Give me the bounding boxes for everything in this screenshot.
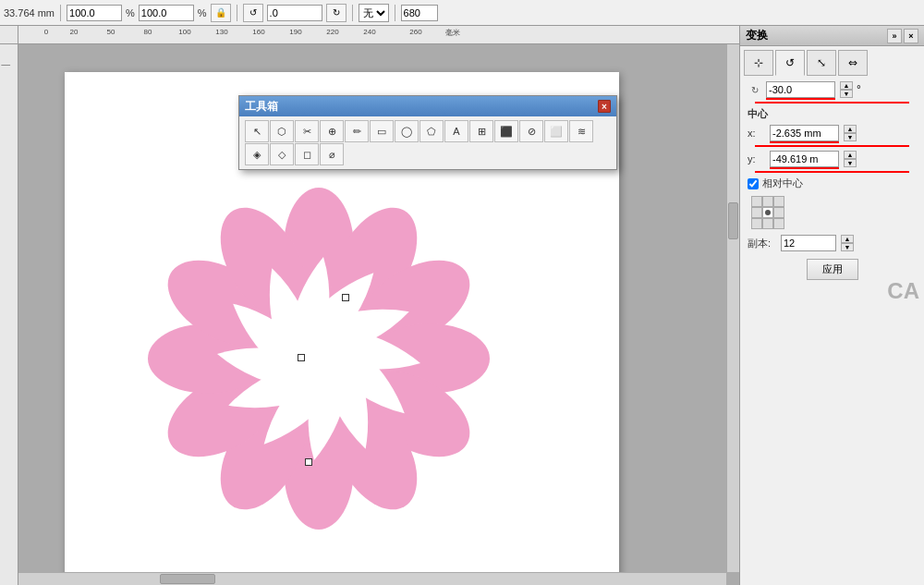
- sep3: [352, 5, 353, 21]
- relative-center-checkbox[interactable]: [748, 178, 759, 189]
- connector-tool-btn[interactable]: ⌀: [320, 143, 344, 165]
- angle-input[interactable]: [766, 81, 835, 98]
- copies-input-wrapper: [781, 235, 836, 251]
- panel-title: 变换: [746, 28, 768, 43]
- relative-center-label: 相对中心: [762, 177, 803, 190]
- center-dot-mc[interactable]: [762, 207, 773, 218]
- center-dot-br[interactable]: [773, 218, 784, 229]
- rotation-input[interactable]: [267, 5, 322, 21]
- center-dot-tr[interactable]: [773, 196, 784, 207]
- center-y-input[interactable]: [770, 151, 839, 167]
- relative-center-row: 相对中心: [748, 177, 917, 190]
- ruler-tick-0: 0: [44, 28, 48, 36]
- selection-handle-center-right[interactable]: [298, 354, 305, 361]
- angle-row: ↻ ▲ ▼ °: [748, 81, 917, 98]
- copies-label: 副本:: [748, 237, 777, 250]
- node-tool-btn[interactable]: ⬡: [270, 120, 294, 142]
- panel-header: 变换 » ×: [740, 26, 924, 46]
- shadow-tool-btn[interactable]: ◈: [245, 143, 269, 165]
- scrollbar-thumb-h[interactable]: [160, 574, 215, 584]
- selection-handle-center[interactable]: [305, 458, 312, 466]
- sep2: [237, 5, 237, 21]
- panel-icon-1[interactable]: »: [887, 29, 902, 43]
- center-dot-bc[interactable]: [762, 218, 773, 229]
- zoom-tool-btn[interactable]: ⊕: [320, 120, 344, 142]
- position-tab[interactable]: ⊹: [744, 50, 773, 76]
- extrude-tool-btn[interactable]: ◻: [295, 143, 319, 165]
- copies-up-btn[interactable]: ▲: [841, 235, 854, 243]
- angle-input-wrapper: [766, 81, 835, 98]
- center-x-input[interactable]: [770, 125, 839, 141]
- blend-tool-btn[interactable]: ≋: [569, 120, 593, 142]
- selection-handle-right[interactable]: [342, 294, 349, 301]
- toolbox-title: 工具箱: [245, 99, 278, 115]
- center-y-down-btn[interactable]: ▼: [844, 159, 857, 167]
- paint-tool-btn[interactable]: ⬜: [544, 120, 568, 142]
- ca-text: CA: [887, 278, 919, 304]
- scale-tab[interactable]: ⤡: [807, 50, 836, 76]
- toolbox-body: ↖ ⬡ ✂ ⊕ ✏ ▭ ◯ ⬠ A ⊞ ⬛ ⊘ ⬜ ≋ ◈ ◇ ◻ ⌀: [239, 116, 616, 169]
- center-dot-bl[interactable]: [751, 218, 762, 229]
- fill-tool-btn[interactable]: ⬛: [494, 120, 518, 142]
- canvas-scrollbar-h[interactable]: [18, 572, 726, 585]
- zoom-input[interactable]: [401, 5, 438, 21]
- center-dot-tl[interactable]: [751, 196, 762, 207]
- polygon-tool-btn[interactable]: ⬠: [419, 120, 444, 142]
- angle-up-btn[interactable]: ▲: [840, 81, 853, 90]
- cy-red-line: [755, 171, 909, 173]
- toolbox-close-btn[interactable]: ×: [598, 100, 611, 113]
- mirror-select[interactable]: 无: [359, 4, 389, 22]
- angle-down-btn[interactable]: ▼: [840, 90, 853, 98]
- ruler-tick-100: 100: [178, 28, 190, 36]
- angle-spinner: ▲ ▼: [840, 81, 853, 98]
- center-dot-tc[interactable]: [762, 196, 773, 207]
- sep1: [60, 5, 61, 21]
- center-x-label: x:: [748, 128, 766, 139]
- freehand-tool-btn[interactable]: ✏: [345, 120, 369, 142]
- text-tool-btn[interactable]: A: [444, 120, 468, 142]
- height-input[interactable]: [139, 5, 194, 21]
- angle-icon: ↻: [748, 82, 762, 97]
- right-panel: 变换 » × ⊹ ↺ ⤡ ⇔ ↻ ▲ ▼ ° 中心 x:: [739, 26, 924, 585]
- center-y-up-btn[interactable]: ▲: [844, 151, 857, 159]
- copies-row: 副本: ▲ ▼: [748, 235, 917, 251]
- toolbox-dialog: 工具箱 × ↖ ⬡ ✂ ⊕ ✏ ▭ ◯ ⬠ A ⊞ ⬛ ⊘ ⬜ ≋ ◈ ◇ ◻ …: [238, 95, 617, 170]
- copies-down-btn[interactable]: ▼: [841, 243, 854, 251]
- center-y-row: y: ▲ ▼: [748, 151, 917, 167]
- center-y-input-wrapper: [770, 151, 839, 167]
- percent1: %: [126, 7, 135, 18]
- rectangle-tool-btn[interactable]: ▭: [370, 120, 394, 142]
- center-x-up-btn[interactable]: ▲: [844, 125, 857, 133]
- apply-btn[interactable]: 应用: [807, 259, 858, 280]
- angle-degree: °: [857, 83, 861, 96]
- rotate-right-btn[interactable]: ↻: [326, 4, 346, 22]
- rotation-tab[interactable]: ↺: [775, 50, 805, 76]
- center-section-title: 中心: [748, 107, 917, 121]
- center-grid[interactable]: [751, 196, 784, 229]
- mirror-tab[interactable]: ⇔: [838, 50, 868, 76]
- panel-close-btn[interactable]: ×: [904, 29, 918, 43]
- center-dot-mr[interactable]: [773, 207, 784, 218]
- center-x-row: x: ▲ ▼: [748, 125, 917, 141]
- width-input[interactable]: [67, 5, 122, 21]
- rotate-left-btn[interactable]: ↺: [243, 4, 263, 22]
- center-dot-ml[interactable]: [751, 207, 762, 218]
- ellipse-tool-btn[interactable]: ◯: [395, 120, 419, 142]
- scrollbar-thumb-v[interactable]: [728, 202, 738, 239]
- angle-red-line: [755, 102, 909, 104]
- lock-btn[interactable]: 🔒: [211, 4, 231, 22]
- toolbox-titlebar[interactable]: 工具箱 ×: [239, 96, 616, 116]
- ruler-tick-190: 190: [289, 28, 301, 36]
- eyedropper-tool-btn[interactable]: ⊘: [519, 120, 543, 142]
- copies-input[interactable]: [781, 235, 836, 251]
- crop-tool-btn[interactable]: ✂: [295, 120, 319, 142]
- ruler-tick-260: 260: [409, 28, 421, 36]
- table-tool-btn[interactable]: ⊞: [469, 120, 493, 142]
- copies-spinner: ▲ ▼: [841, 235, 854, 251]
- panel-header-icons: » ×: [887, 29, 918, 43]
- envelope-tool-btn[interactable]: ◇: [270, 143, 294, 165]
- canvas-scrollbar-v[interactable]: [726, 44, 739, 572]
- center-x-down-btn[interactable]: ▼: [844, 133, 857, 141]
- panel-tabs: ⊹ ↺ ⤡ ⇔: [740, 46, 924, 76]
- select-tool-btn[interactable]: ↖: [245, 120, 269, 142]
